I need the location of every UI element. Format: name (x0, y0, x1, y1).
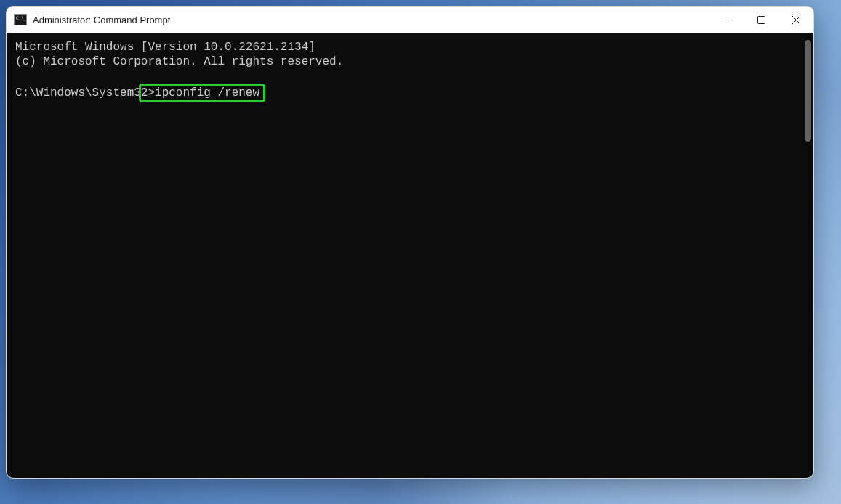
svg-rect-1 (757, 16, 765, 23)
terminal-output[interactable]: Microsoft Windows [Version 10.0.22621.21… (7, 33, 813, 479)
minimize-button[interactable] (709, 7, 744, 33)
maximize-button[interactable] (744, 7, 778, 33)
close-button[interactable] (778, 7, 813, 33)
titlebar[interactable]: Administrator: Command Prompt (7, 7, 813, 33)
terminal-line-blank (15, 69, 805, 84)
prompt-prefix: C:\Windows\System3 (15, 86, 141, 99)
minimize-icon (723, 16, 731, 24)
scrollbar-thumb[interactable] (805, 40, 811, 142)
highlighted-command: 2>ipconfig /renew (139, 84, 265, 102)
close-icon (792, 16, 800, 24)
command-prompt-window: Administrator: Command Prompt Microsof (6, 6, 814, 479)
terminal-line-copyright: (c) Microsoft Corporation. All rights re… (15, 54, 805, 69)
maximize-icon (757, 16, 765, 24)
terminal-prompt-line: C:\Windows\System32>ipconfig /renew (15, 84, 805, 98)
terminal-line-version: Microsoft Windows [Version 10.0.22621.21… (15, 40, 805, 54)
window-title: Administrator: Command Prompt (33, 15, 170, 25)
window-controls (709, 7, 813, 33)
cmd-app-icon (14, 14, 27, 25)
